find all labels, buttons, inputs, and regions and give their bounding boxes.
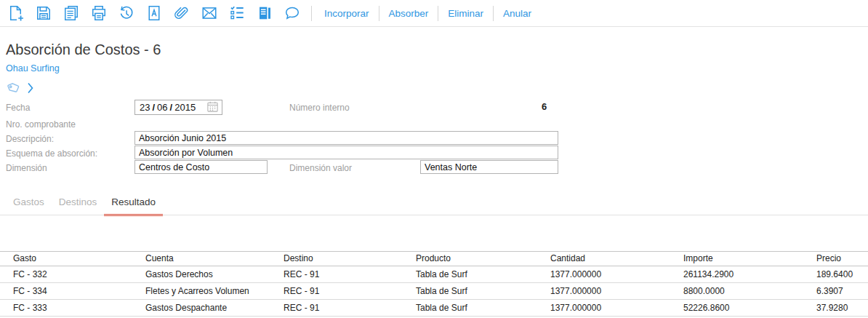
table-cell: FC - 334 [0,283,132,300]
column-header-cuenta: Cuenta [132,252,270,266]
table-body: FC - 332Gastos DerechosREC - 91Tabla de … [0,266,868,317]
history-icon [118,4,135,22]
dimension-label: Dimensión [6,163,47,173]
tab-gastos[interactable]: Gastos [6,194,52,216]
toolbar-actions: IncorporarAbsorberEliminarAnular [315,0,541,26]
column-header-precio: Precio [803,252,868,266]
print-icon [90,4,108,22]
calendar-picker-button[interactable] [206,100,219,115]
table-header-row: GastoCuentaDestinoProductoCantidadImport… [0,252,868,266]
numero-interno-label: Número interno [289,103,350,113]
company-link[interactable]: Ohau Surfing [6,63,60,73]
table-cell: Gastos Derechos [132,266,270,283]
numero-interno-value: 6 [542,101,547,112]
report-icon [256,4,273,22]
fecha-input[interactable]: 23 / 06 / 2015 [134,100,222,115]
fecha-label: Fecha [6,103,30,113]
email-button[interactable] [201,4,218,22]
table-row[interactable]: FC - 333Gastos DespachanteREC - 91Tabla … [0,300,868,317]
tab-resultado[interactable]: Resultado [104,194,163,216]
report-button[interactable] [256,4,273,22]
checklist-icon [228,4,246,22]
copy-button[interactable] [63,4,80,22]
tag-icon[interactable] [6,81,22,95]
page-title: Absorción de Costos - 6 [6,41,161,58]
column-header-gasto: Gasto [0,252,132,266]
table-cell: 1377.000000 [537,266,670,283]
date-separator: / [170,102,173,113]
table-cell: REC - 91 [270,300,403,317]
toolbar-button-eliminar[interactable]: Eliminar [438,8,493,19]
table-cell: FC - 333 [0,300,132,317]
dimension-input[interactable] [134,160,268,174]
esquema-absorcion-input[interactable] [134,146,558,159]
table-cell: 189.6400 [803,266,868,283]
column-header-cantidad: Cantidad [537,252,670,266]
toolbar-button-incorporar[interactable]: Incorporar [315,8,379,19]
print-button[interactable] [90,4,108,22]
result-table: GastoCuentaDestinoProductoCantidadImport… [0,251,868,317]
date-separator: / [152,102,155,113]
esquema-absorcion-label: Esquema de absorción: [6,148,97,159]
save-button[interactable] [35,4,52,22]
comment-icon [284,4,301,22]
table-cell: 8800.0000 [670,283,803,300]
column-header-producto: Producto [403,252,537,266]
descripcion-input[interactable] [134,131,558,145]
fecha-month: 06 [157,102,167,113]
tag-row [6,81,34,95]
table-cell: Gastos Despachante [132,300,270,317]
save-icon [35,4,52,22]
fecha-day: 23 [140,102,150,113]
table-cell: 1377.000000 [537,300,670,317]
table-row[interactable]: FC - 334Fletes y Acarreos VolumenREC - 9… [0,283,868,300]
table-cell: Fletes y Acarreos Volumen [132,283,270,300]
toolbar-button-anular[interactable]: Anular [494,8,541,19]
column-header-destino: Destino [270,252,403,266]
expand-chevron-icon[interactable] [27,82,34,95]
table-cell: Tabla de Surf [403,300,537,317]
tab-divider [0,215,868,215]
template-document-button[interactable] [145,4,163,22]
dimension-valor-label: Dimensión valor [289,163,352,173]
table-cell: REC - 91 [270,283,403,300]
table-cell: 6.3907 [803,283,868,300]
table-cell: REC - 91 [270,266,403,283]
template-document-icon [145,4,163,22]
column-header-importe: Importe [670,252,803,266]
tab-destinos[interactable]: Destinos [52,194,105,216]
table-cell: 1377.000000 [537,283,670,300]
history-button[interactable] [118,4,135,22]
dimension-valor-input[interactable] [420,160,558,174]
descripcion-label: Descripción: [6,134,54,144]
nro-comprobante-label: Nro. comprobante [6,119,76,130]
toolbar-button-absorber[interactable]: Absorber [379,8,438,19]
table-cell: 261134.2900 [670,266,803,283]
attachment-button[interactable] [173,4,190,22]
checklist-button[interactable] [228,4,246,22]
toolbar-separator [311,6,312,21]
table-cell: 37.9280 [803,300,868,317]
copy-icon [63,4,80,22]
new-document-button[interactable] [7,4,25,22]
table-cell: Tabla de Surf [403,266,537,283]
tab-bar: GastosDestinosResultado [6,194,163,216]
table-row[interactable]: FC - 332Gastos DerechosREC - 91Tabla de … [0,266,868,283]
attachment-icon [173,4,190,22]
toolbar: IncorporarAbsorberEliminarAnular [0,0,868,27]
calendar-icon [206,100,219,115]
new-document-icon [7,4,25,22]
table-cell: FC - 332 [0,266,132,283]
comment-button[interactable] [284,4,301,22]
table-cell: 52226.8600 [670,300,803,317]
form: Fecha 23 / 06 / 2015 Número interno 6 Nr… [0,98,868,178]
email-icon [201,4,218,22]
fecha-year: 2015 [174,102,196,113]
table-cell: Tabla de Surf [403,283,537,300]
